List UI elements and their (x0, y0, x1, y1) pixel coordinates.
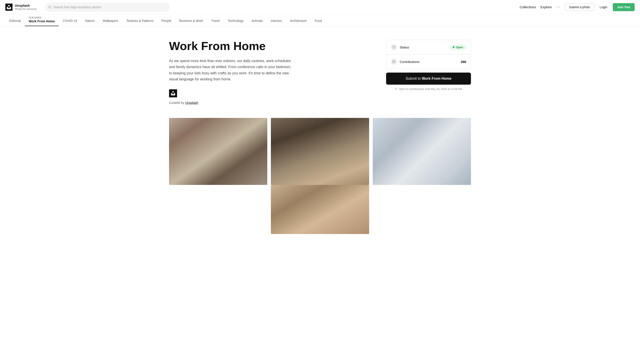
category-animals[interactable]: Animals (248, 16, 267, 26)
logo-icon (5, 4, 12, 11)
more-dots[interactable]: ··· (556, 5, 560, 10)
featured-topic-name: Work From Home (29, 20, 55, 23)
svg-point-0 (49, 6, 51, 8)
photo-image-1 (169, 118, 267, 185)
photo-grid (169, 118, 471, 234)
topic-sidebar: Status Open Contributions 286 (386, 40, 471, 91)
deadline-text: Open to contributions until May 29, 2020… (398, 88, 462, 91)
search-input[interactable] (53, 5, 166, 9)
topic-info: Work From Home As we spend more time tha… (169, 40, 373, 104)
submit-photo-button[interactable]: Submit a photo (565, 3, 594, 11)
header-nav: Collections Explore ··· Submit a photo L… (520, 3, 635, 11)
contributions-icon (391, 58, 397, 65)
nav-explore[interactable]: Explore (540, 5, 552, 9)
photo-item-1[interactable] (169, 118, 267, 185)
contributions-row: Contributions 286 (386, 54, 471, 69)
status-card: Status Open Contributions 286 (386, 40, 471, 69)
category-technology[interactable]: Technology (224, 16, 248, 26)
status-badge-open: Open (450, 44, 466, 50)
status-label: Status (400, 45, 450, 49)
category-food[interactable]: Food (311, 16, 326, 26)
photo-item-3[interactable] (373, 118, 471, 185)
category-textures-patterns[interactable]: Textures & Patterns (122, 16, 158, 26)
photo-item-4[interactable] (271, 185, 369, 234)
category-business-work[interactable]: Business & Work (175, 16, 207, 26)
topic-layout: Work From Home As we spend more time tha… (169, 40, 471, 104)
unsplash-topic-logo-svg (171, 91, 175, 95)
search-bar[interactable] (45, 2, 170, 12)
main-content: Work From Home As we spend more time tha… (164, 26, 476, 243)
category-interiors[interactable]: Interiors (267, 16, 286, 26)
status-dot (453, 46, 454, 48)
photo-image-2 (271, 118, 369, 185)
status-value: Open (456, 46, 463, 49)
category-nav: Editorial FEATURED Work From Home COVID-… (0, 14, 640, 26)
category-covid19[interactable]: COVID-19 (59, 16, 81, 26)
category-architecture[interactable]: Architecture (286, 16, 311, 26)
category-work-from-home[interactable]: FEATURED Work From Home (25, 14, 59, 26)
contributions-label: Contributions (400, 60, 461, 64)
logo-link[interactable]: Unsplash Photos for everyone (5, 4, 41, 11)
brand-tagline: Photos for everyone (15, 8, 36, 10)
photo-item-2[interactable] (271, 118, 369, 185)
curated-by-label: Curated by (169, 101, 184, 104)
category-travel[interactable]: Travel (207, 16, 224, 26)
contributions-count: 286 (461, 60, 466, 64)
svg-line-1 (51, 8, 51, 8)
topic-title: Work From Home (169, 40, 373, 52)
topic-logo (169, 89, 177, 97)
curated-by-link[interactable]: Unsplash (185, 101, 198, 104)
unsplash-logo-svg (7, 5, 11, 9)
nav-collections[interactable]: Collections (520, 5, 536, 9)
deadline-note: ⏱ Open to contributions until May 29, 20… (386, 87, 471, 91)
logo-text: Unsplash Photos for everyone (15, 4, 36, 10)
search-icon (48, 5, 52, 9)
category-editorial[interactable]: Editorial (5, 16, 25, 26)
curated-by: Curated by Unsplash (169, 101, 373, 104)
category-wallpapers[interactable]: Wallpapers (99, 16, 122, 26)
category-nature[interactable]: Nature (81, 16, 99, 26)
photo-image-3 (373, 118, 471, 185)
featured-label: FEATURED (29, 16, 55, 19)
header: Unsplash Photos for everyone Collections… (0, 0, 640, 14)
topic-description: As we spend more time than ever indoors,… (169, 58, 294, 82)
svg-rect-3 (393, 60, 395, 63)
clock-icon: ⏱ (394, 87, 397, 91)
brand-name: Unsplash (15, 4, 36, 8)
login-button[interactable]: Login (599, 4, 608, 11)
join-free-button[interactable]: Join free (613, 3, 635, 11)
photo-image-4 (271, 185, 369, 234)
submit-to-topic-button[interactable]: Submit to Work From Home (386, 72, 471, 85)
status-icon (391, 44, 397, 50)
category-people[interactable]: People (158, 16, 175, 26)
status-row: Status Open (386, 40, 471, 54)
